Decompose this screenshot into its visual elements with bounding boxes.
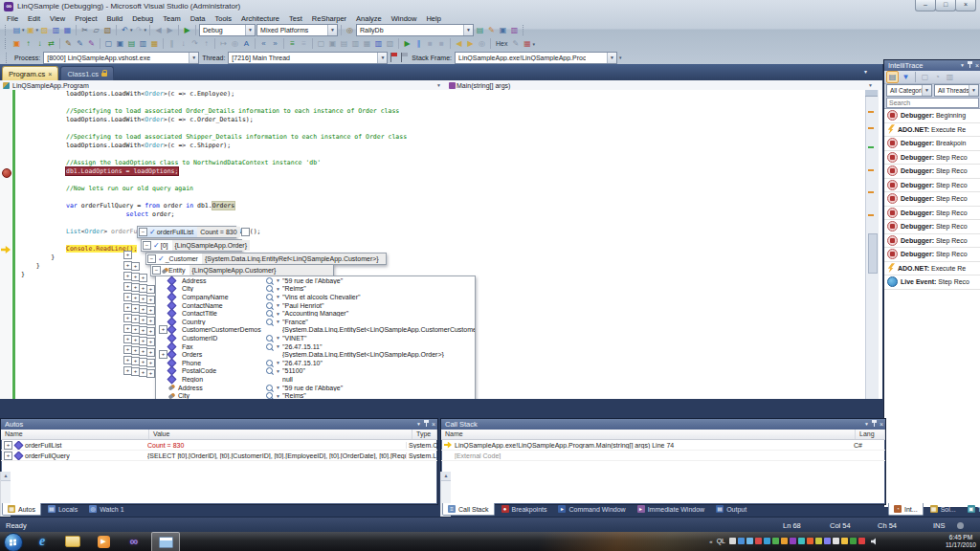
- code-editor[interactable]: loadOptions.LoadWith<Order>(c => c.Emplo…: [0, 90, 882, 399]
- datatip-member-row[interactable]: _Address ▼ "59 rue de l'Abbaye": [156, 276, 475, 285]
- chevron-down-icon[interactable]: ▼: [327, 25, 337, 35]
- editor-splitter-handle[interactable]: [865, 90, 878, 97]
- call-stack-titlebar[interactable]: Call Stack ▼ ×: [441, 419, 885, 430]
- column-header[interactable]: Lang: [856, 430, 885, 439]
- menu-window[interactable]: Window: [387, 14, 422, 23]
- dock-3-button[interactable]: ▤: [339, 38, 349, 49]
- datatip-member-row[interactable]: _CustomerID ▼ "VINET": [156, 334, 475, 342]
- datatip-pinned[interactable]: − ✓ orderFullList Count = 830: [137, 226, 236, 238]
- solution-configurations-combo[interactable]: Debug▼: [199, 24, 256, 36]
- time-button[interactable]: ◔: [932, 72, 943, 82]
- volume-icon[interactable]: [871, 538, 879, 545]
- chevron-down-icon[interactable]: ▼: [969, 85, 978, 96]
- save-log-button[interactable]: ▥: [945, 72, 955, 82]
- datatip-member-row[interactable]: _ContactTitle ▼ "Accounting Manager": [156, 309, 475, 318]
- panel-tab-locals[interactable]: ▤ Locals: [43, 503, 82, 515]
- tray-icon[interactable]: [815, 538, 822, 544]
- datatip-expander-icon[interactable]: +: [146, 359, 155, 367]
- call-stack-row[interactable]: LinQSampleApp.exe!LinQSampleApp.Program.…: [441, 440, 885, 451]
- start-button[interactable]: [4, 533, 23, 551]
- datatip-expander-icon[interactable]: +: [146, 338, 155, 346]
- edit-method-button[interactable]: ✎: [86, 38, 97, 49]
- window-1-button[interactable]: ▢: [103, 38, 114, 49]
- datatip-expander-icon[interactable]: +: [146, 285, 155, 294]
- process-combo[interactable]: [8000] LinQSampleApp.vshost.exe ▼: [43, 52, 199, 64]
- redo-button[interactable]: ↷: [134, 25, 145, 35]
- tray-icon[interactable]: [738, 538, 745, 544]
- check-icon[interactable]: ✓: [153, 242, 160, 250]
- minimize-button[interactable]: –: [915, 0, 936, 11]
- chevron-down-icon[interactable]: ▾: [145, 27, 147, 33]
- chevron-down-icon[interactable]: ▼: [276, 286, 280, 292]
- intellitrace-event[interactable]: Live Event: Step Reco: [884, 276, 980, 290]
- tray-icon[interactable]: [790, 538, 796, 544]
- chevron-down-icon[interactable]: ▼: [276, 335, 280, 341]
- magnifier-icon[interactable]: [266, 367, 273, 374]
- expander-icon[interactable]: +: [4, 441, 12, 450]
- tray-icon[interactable]: [807, 538, 813, 544]
- chevron-down-icon[interactable]: ▼: [276, 277, 280, 283]
- chevron-down-icon[interactable]: ▼: [377, 53, 387, 63]
- chevron-down-icon[interactable]: ▾: [22, 27, 25, 33]
- autos-row[interactable]: + orderFullQuery {SELECT [t0].[OrderID],…: [1, 451, 437, 461]
- document-list-chevron-icon[interactable]: ▾: [864, 68, 867, 75]
- hex-display-button[interactable]: Hex: [494, 40, 509, 47]
- intellitrace-event[interactable]: Debugger: Breakpoin: [884, 137, 980, 151]
- magnifier-icon[interactable]: [266, 310, 273, 317]
- edit-prop-button[interactable]: ✎: [75, 38, 85, 49]
- datatip-member-row[interactable]: _Phone ▼ "26.47.15.10": [156, 359, 475, 367]
- window-3-button[interactable]: ▤: [126, 38, 137, 49]
- chevron-down-icon[interactable]: ▼: [276, 311, 280, 317]
- menu-test[interactable]: Test: [284, 14, 307, 23]
- datatip-member-row[interactable]: City ▼ "Reims": [156, 391, 475, 399]
- open-file-button[interactable]: ▨: [39, 25, 50, 35]
- check-icon[interactable]: ✓: [158, 255, 165, 263]
- magnifier-icon[interactable]: [266, 277, 273, 284]
- open-log-button[interactable]: ▢: [920, 72, 930, 82]
- breadcrumb-member[interactable]: Main(string[] args): [457, 82, 510, 89]
- chevron-down-icon[interactable]: ▼: [189, 53, 198, 63]
- indicator-margin[interactable]: [0, 90, 11, 399]
- datatip-expander-icon[interactable]: +: [146, 369, 155, 378]
- intellitrace-event[interactable]: Debugger: Step Reco: [884, 165, 980, 179]
- intellitrace-event[interactable]: Debugger: Step Reco: [884, 192, 980, 207]
- tray-icon[interactable]: [858, 538, 865, 544]
- pin-icon[interactable]: [872, 420, 877, 428]
- intellitrace-event[interactable]: Debugger: Step Reco: [884, 220, 980, 234]
- stop-button[interactable]: ■: [425, 38, 435, 49]
- column-header[interactable]: Name: [441, 430, 856, 439]
- datatip-collapse-icon[interactable]: −: [152, 266, 161, 275]
- search-input[interactable]: [886, 98, 979, 108]
- magnifier-icon[interactable]: [266, 285, 273, 292]
- chevron-down-icon[interactable]: ▼: [276, 360, 280, 365]
- datatip-member-row[interactable]: + _CustomerCustomerDemos {System.Data.Li…: [156, 326, 475, 335]
- chevron-down-icon[interactable]: ▼: [276, 368, 280, 374]
- red-flag-icon[interactable]: [390, 53, 398, 62]
- chevron-down-icon[interactable]: ▼: [276, 385, 280, 390]
- toolbar-grip[interactable]: [6, 53, 10, 63]
- filter-button[interactable]: ▼: [901, 72, 911, 82]
- magnifier-icon[interactable]: [266, 385, 273, 391]
- editor-vertical-scrollbar[interactable]: [865, 90, 879, 399]
- dock-1-button[interactable]: ▢: [316, 38, 326, 49]
- tray-icon[interactable]: [729, 538, 736, 544]
- document-tab-class1-cs[interactable]: Class1.cs: [60, 66, 114, 80]
- paste-button[interactable]: ▧: [102, 25, 113, 35]
- toolbar-grip[interactable]: [5, 25, 9, 35]
- datatip-collapse-icon[interactable]: −: [139, 228, 147, 236]
- panel-tab-immediate-window[interactable]: ▸ Immediate Window: [633, 503, 710, 515]
- add-item-button[interactable]: ▣: [26, 25, 36, 35]
- chevron-down-icon[interactable]: ▼: [276, 343, 280, 349]
- chevron-down-icon[interactable]: ▼: [276, 319, 280, 324]
- magnifier-icon[interactable]: [266, 343, 273, 350]
- pin-icon[interactable]: [424, 420, 429, 428]
- taskbar-active-window-icon[interactable]: [151, 532, 180, 551]
- panel-tab-breakpoints[interactable]: ● Breakpoints: [497, 503, 552, 515]
- step-over-button[interactable]: ↷: [189, 38, 200, 49]
- datatip-member-row[interactable]: Address ▼ "59 rue de l'Abbaye": [156, 384, 475, 392]
- magnifier-icon[interactable]: [266, 302, 273, 309]
- window-5-button[interactable]: ▦: [149, 38, 160, 49]
- cut-button[interactable]: ✂: [79, 25, 90, 35]
- start-debugging-button[interactable]: ▶: [182, 25, 192, 35]
- intellitrace-event[interactable]: Debugger: Beginning: [884, 109, 980, 123]
